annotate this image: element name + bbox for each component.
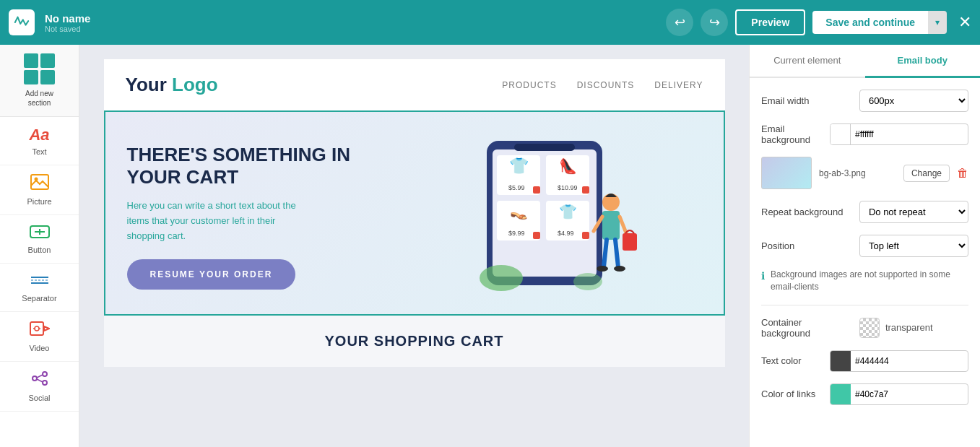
email-bg-control [830,123,968,145]
sidebar-item-text-label: Text [32,147,46,156]
divider [761,305,968,305]
email-logo: Your Logo [126,74,218,96]
container-bg-group: transparent [859,318,968,338]
email-width-control: 600px 640px [859,90,968,112]
logo-logo-text: Logo [172,74,218,95]
canvas-area[interactable]: Your Logo PRODUCTS DISCOUNTS DELIVERY TH… [79,45,749,447]
links-color-group [830,383,968,405]
container-bg-row: Container background transparent [761,317,968,339]
sidebar-item-video[interactable]: Video [0,312,79,362]
container-bg-control: transparent [859,318,968,338]
sidebar-item-social[interactable]: Social [0,362,79,412]
panel-body: Email width 600px 640px Email background [750,78,980,428]
delete-image-button[interactable]: 🗑 [957,167,968,180]
svg-text:👕: 👕 [508,156,529,175]
save-group: Save and continue ▾ [812,11,947,34]
preview-button[interactable]: Preview [735,9,805,35]
hero-text-block: THERE'S SOMETHING IN YOUR CART Here you … [127,144,373,290]
position-control: Top left Top center Top right Center lef… [859,235,968,257]
undo-button[interactable]: ↩ [666,9,693,36]
email-bg-row: Email background [761,123,968,145]
svg-rect-41 [623,233,637,251]
info-icon: ℹ [761,270,765,282]
email-width-row: Email width 600px 640px [761,90,968,112]
sidebar-item-picture-label: Picture [27,197,51,206]
app-title-group: No name Not saved [45,12,90,33]
sidebar-item-button[interactable]: Button [0,215,79,264]
svg-line-43 [615,240,618,267]
svg-rect-8 [30,322,43,335]
svg-line-17 [37,379,43,382]
email-cart-section: YOUR SHOPPING CART [104,316,725,367]
sidebar-item-button-label: Button [28,246,51,254]
logo-your-text: Your [126,74,173,95]
tab-email-body[interactable]: Email body [865,45,981,78]
svg-point-46 [480,265,523,291]
email-hero[interactable]: THERE'S SOMETHING IN YOUR CART Here you … [104,110,725,316]
close-button[interactable]: ✕ [958,13,971,32]
sidebar-item-separator[interactable]: Separator [0,264,79,312]
svg-text:$9.99: $9.99 [508,230,525,237]
hero-image-area: 👕 $5.99 👠 $10.99 👡 $9.99 👕 $4.99 [373,134,702,300]
sidebar-item-separator-label: Separator [22,294,56,303]
nav-delivery: DELIVERY [654,80,703,90]
links-color-swatch[interactable] [831,384,851,404]
bg-image-name: bg-ab-3.png [819,168,896,178]
text-color-hex-input[interactable] [851,353,968,369]
svg-point-15 [43,381,47,385]
svg-point-13 [43,372,47,376]
sidebar-item-social-label: Social [29,394,51,402]
info-row: ℹ Background images are not supported in… [761,269,968,293]
links-color-label: Color of links [761,389,823,399]
repeat-bg-select[interactable]: Do not repeat Repeat X Repeat Y Repeat [859,201,968,223]
email-width-label: Email width [761,95,852,106]
svg-rect-36 [582,232,589,239]
position-row: Position Top left Top center Top right C… [761,235,968,257]
nav-products: PRODUCTS [502,80,556,90]
email-bg-hex-input[interactable] [851,126,968,142]
svg-line-42 [604,240,607,267]
sidebar-item-picture[interactable]: Picture [0,165,79,215]
resume-order-button[interactable]: RESUME YOUR ORDER [127,259,296,290]
text-icon: Aa [29,126,49,144]
save-dropdown-button[interactable]: ▾ [928,11,947,34]
tab-current-element[interactable]: Current element [750,45,865,78]
container-bg-value: transparent [885,322,933,333]
change-image-button[interactable]: Change [903,165,950,182]
email-width-select[interactable]: 600px 640px [859,90,968,112]
svg-point-10 [35,326,39,331]
email-nav: PRODUCTS DISCOUNTS DELIVERY [502,80,703,90]
svg-point-45 [614,266,625,272]
app-name: No name [45,12,90,25]
save-button[interactable]: Save and continue [812,11,928,34]
sidebar-item-video-label: Video [30,344,50,352]
text-color-row: Text color [761,350,968,372]
email-bg-label: Email background [761,123,823,145]
position-select[interactable]: Top left Top center Top right Center lef… [859,235,968,257]
bg-image-thumb [761,157,812,189]
text-color-label: Text color [761,355,823,366]
add-section-button[interactable]: Add newsection [0,45,79,117]
text-color-swatch[interactable] [831,351,851,371]
svg-text:$4.99: $4.99 [558,230,574,237]
links-color-control [830,383,968,405]
repeat-bg-label: Repeat background [761,207,852,217]
container-bg-label: Container background [761,317,852,339]
sidebar-item-text[interactable]: Aa Text [0,117,79,165]
svg-rect-35 [533,232,540,239]
separator-icon [30,272,50,291]
repeat-bg-row: Repeat background Do not repeat Repeat X… [761,201,968,223]
container-bg-swatch[interactable] [859,318,880,338]
redo-button[interactable]: ↪ [701,9,728,36]
email-bg-swatch[interactable] [831,124,851,144]
links-color-hex-input[interactable] [851,386,968,402]
svg-point-14 [32,376,37,381]
repeat-bg-control: Do not repeat Repeat X Repeat Y Repeat [859,201,968,223]
nav-discounts: DISCOUNTS [577,80,635,90]
links-color-row: Color of links [761,383,968,405]
svg-rect-33 [533,186,540,194]
app-status: Not saved [45,25,90,33]
topbar: No name Not saved ↩ ↪ Preview Save and c… [0,0,980,45]
add-section-label: Add newsection [25,89,53,108]
svg-text:$10.99: $10.99 [558,184,578,191]
